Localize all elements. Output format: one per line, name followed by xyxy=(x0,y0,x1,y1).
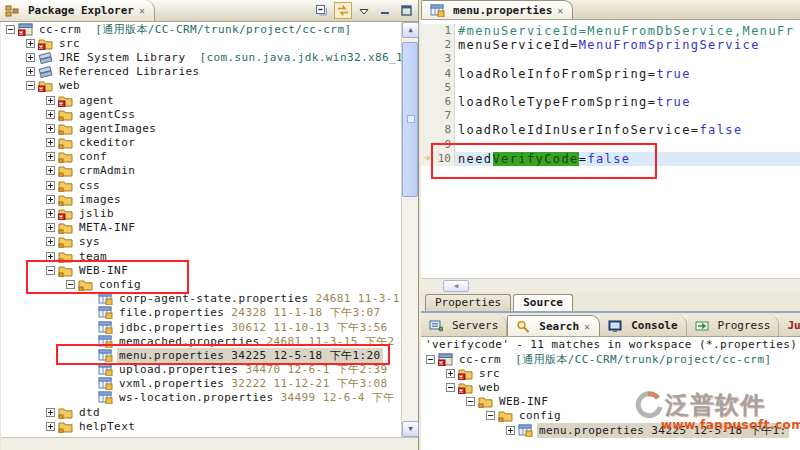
view-tab-label: Search xyxy=(539,320,579,333)
collapse-icon[interactable] xyxy=(46,266,55,275)
horizontal-scrollbar[interactable] xyxy=(1,437,418,450)
tree-row[interactable]: jslib xyxy=(1,206,401,220)
editor-tab-menu-properties[interactable]: menu.properties ✕ xyxy=(421,0,573,19)
editor-text-area[interactable]: 1#menuServiceId=MenuFromDbService,MenuFr… xyxy=(421,20,800,278)
editor-horizontal-scrollbar[interactable]: ◀ xyxy=(421,278,800,292)
expand-icon[interactable] xyxy=(46,110,55,119)
expand-icon[interactable] xyxy=(26,67,35,76)
collapse-icon[interactable] xyxy=(486,411,495,420)
view-tab-servers[interactable]: Servers xyxy=(421,315,507,336)
expand-icon[interactable] xyxy=(46,138,55,147)
expand-icon[interactable] xyxy=(46,181,55,190)
scroll-down-icon[interactable]: ▼ xyxy=(402,421,419,437)
tree-row[interactable]: src xyxy=(1,36,401,50)
properties-file-icon xyxy=(98,334,114,348)
vertical-scrollbar[interactable]: ▲ ▼ xyxy=(401,22,418,437)
expand-icon[interactable] xyxy=(46,152,55,161)
tree-row[interactable]: memcached.properties24681 11-3-15 下午2 xyxy=(1,334,401,348)
editor-page-tabs: PropertiesSource xyxy=(421,292,800,313)
tree-row[interactable]: src xyxy=(421,366,800,380)
collapse-all-icon[interactable] xyxy=(313,2,331,19)
view-menu-icon[interactable] xyxy=(355,2,373,19)
folder-icon xyxy=(58,405,74,419)
tree-row[interactable]: menu.properties34225 12-5-18 下午1: xyxy=(421,423,800,437)
tree-row[interactable]: ckeditor xyxy=(1,136,401,150)
scrollbar-thumb[interactable] xyxy=(402,42,418,197)
close-icon[interactable]: ✕ xyxy=(138,5,146,16)
page-tab-source[interactable]: Source xyxy=(513,294,573,311)
maximize-icon[interactable] xyxy=(397,2,415,19)
close-icon[interactable]: ✕ xyxy=(583,321,591,332)
tree-row[interactable]: ws-location.properties34499 12-6-4 下午 xyxy=(1,391,401,405)
view-tab-progress[interactable]: Progress xyxy=(687,315,780,336)
collapse-icon[interactable] xyxy=(466,397,475,406)
tree-row[interactable]: agentCss xyxy=(1,107,401,121)
tree-row[interactable]: conf xyxy=(1,150,401,164)
tree-row[interactable]: META-INF xyxy=(1,221,401,235)
search-results-tree[interactable]: cc-crm [通用版本/CC-CRM/trunk/project/cc-crm… xyxy=(421,352,800,437)
tree-item-label: file.properties24328 11-1-18 下午3:07 xyxy=(117,305,383,320)
tree-row[interactable]: helpText xyxy=(1,419,401,433)
expand-icon[interactable] xyxy=(46,195,55,204)
tree-item-name: WEB-INF xyxy=(79,264,128,277)
tree-row[interactable]: vxml.properties32222 11-12-21 下午3:08 xyxy=(1,377,401,391)
tree-row[interactable]: css xyxy=(1,178,401,192)
editor-line-text: menuServiceId=MenuFromSpringService xyxy=(455,38,800,52)
expand-icon[interactable] xyxy=(46,96,55,105)
package-explorer-tab[interactable]: Package Explorer ✕ xyxy=(0,0,155,21)
tree-row[interactable]: web xyxy=(1,79,401,93)
view-tab-ju[interactable]: Ju xyxy=(779,315,800,336)
collapse-icon[interactable] xyxy=(426,355,435,364)
link-with-editor-icon[interactable] xyxy=(334,2,352,19)
tree-row[interactable]: WEB-INF xyxy=(1,263,401,277)
tree-row[interactable]: team xyxy=(1,249,401,263)
page-tab-properties[interactable]: Properties xyxy=(425,294,511,311)
expand-icon[interactable] xyxy=(46,209,55,218)
tree-row[interactable]: menu.properties34225 12-5-18 下午1:20 xyxy=(1,348,401,362)
expand-icon[interactable] xyxy=(46,166,55,175)
minimize-icon[interactable] xyxy=(376,2,394,19)
tree-row[interactable]: cc-crm [通用版本/CC-CRM/trunk/project/cc-crm… xyxy=(421,352,800,366)
tree-row[interactable]: config xyxy=(1,277,401,291)
collapse-icon[interactable] xyxy=(446,383,455,392)
expand-icon[interactable] xyxy=(446,369,455,378)
expand-icon[interactable] xyxy=(46,223,55,232)
expand-icon[interactable] xyxy=(46,124,55,133)
package-explorer-header: Package Explorer ✕ xyxy=(0,0,418,22)
tree-row[interactable]: config xyxy=(421,409,800,423)
scroll-up-icon[interactable]: ▲ xyxy=(402,22,419,38)
package-explorer-tree[interactable]: cc-crm [通用版本/CC-CRM/trunk/project/cc-crm… xyxy=(1,22,401,437)
tree-row[interactable]: WEB-INF xyxy=(421,395,800,409)
expand-icon[interactable] xyxy=(26,53,35,62)
tree-row[interactable]: sys xyxy=(1,235,401,249)
expand-icon[interactable] xyxy=(506,426,515,435)
expand-icon[interactable] xyxy=(26,39,35,48)
progress-icon xyxy=(695,319,711,333)
tree-row[interactable]: dtd xyxy=(1,405,401,419)
close-icon[interactable]: ✕ xyxy=(556,5,564,16)
tree-row[interactable]: JRE System Library [com.sun.java.jdk.win… xyxy=(1,50,401,64)
tree-row[interactable]: upload.properties34470 12-6-1 下午2:39 xyxy=(1,363,401,377)
expand-icon[interactable] xyxy=(46,237,55,246)
scroll-left-icon[interactable]: ◀ xyxy=(443,280,469,292)
tree-row[interactable]: agentImages xyxy=(1,121,401,135)
tree-row[interactable]: web xyxy=(421,380,800,394)
collapse-icon[interactable] xyxy=(6,25,15,34)
tree-row[interactable]: Referenced Libraries xyxy=(1,65,401,79)
collapse-icon[interactable] xyxy=(66,280,75,289)
tree-row[interactable]: corp-agent-state.properties24681 11-3-1 xyxy=(1,292,401,306)
tree-row[interactable]: cc-crm [通用版本/CC-CRM/trunk/project/cc-crm… xyxy=(1,22,401,36)
tree-row[interactable]: images xyxy=(1,192,401,206)
tree-row[interactable]: crmAdmin xyxy=(1,164,401,178)
expand-icon[interactable] xyxy=(46,252,55,261)
tree-item-decoration: [com.sun.java.jdk.win32.x86_1.6. xyxy=(192,51,401,64)
tree-row[interactable]: file.properties24328 11-1-18 下午3:07 xyxy=(1,306,401,320)
view-tab-search[interactable]: Search✕ xyxy=(507,315,600,336)
tree-row[interactable]: agent xyxy=(1,93,401,107)
folder-icon xyxy=(58,263,74,277)
expand-icon[interactable] xyxy=(46,422,55,431)
expand-icon[interactable] xyxy=(46,408,55,417)
tree-row[interactable]: jdbc.properties30612 11-10-13 下午3:56 xyxy=(1,320,401,334)
view-tab-console[interactable]: Console xyxy=(600,315,686,336)
collapse-icon[interactable] xyxy=(26,81,35,90)
